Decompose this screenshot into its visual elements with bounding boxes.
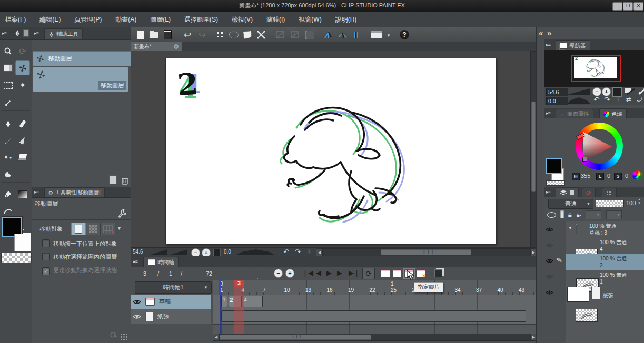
layer-name[interactable]: 2 xyxy=(600,263,603,268)
menu-item[interactable]: 視窗(W) xyxy=(299,15,321,24)
blend-mode-dropdown[interactable]: 普通 ▼ xyxy=(548,199,593,209)
snap-special-ruler-icon[interactable] xyxy=(336,29,349,41)
transparent-chip[interactable] xyxy=(546,180,565,186)
eye-icon[interactable] xyxy=(133,299,141,305)
open-file-icon[interactable] xyxy=(147,29,160,41)
track1-cels[interactable]: 124 xyxy=(213,295,536,309)
tool-page-icon[interactable] xyxy=(23,29,29,37)
panel-menu-icon[interactable]: ▸≡ xyxy=(133,259,137,264)
menu-item[interactable]: 編輯(E) xyxy=(39,15,61,24)
wrench-icon[interactable] xyxy=(118,209,127,218)
subtool-item-move-layer[interactable]: 移動圖層 xyxy=(33,51,132,66)
track-draft[interactable]: 草稿 xyxy=(131,295,211,309)
next-frame-icon[interactable]: ▶ xyxy=(337,269,342,277)
layer-folder-name[interactable]: 草稿 : 3 xyxy=(589,230,607,236)
eye-icon[interactable] xyxy=(133,314,141,319)
workspace-dropdown-arrow[interactable]: ▼ xyxy=(387,33,391,38)
zoom-slider-2[interactable] xyxy=(169,249,187,255)
redo-icon[interactable]: ↪ xyxy=(196,29,209,41)
panel-menu-icon[interactable]: ▸≡ xyxy=(34,189,38,195)
timeline-cel[interactable]: 1 xyxy=(221,296,227,307)
flip-view-icon[interactable] xyxy=(638,87,644,95)
opacity-slider[interactable] xyxy=(596,200,624,207)
checkbox-move-in-selection[interactable] xyxy=(42,253,50,263)
back-color-swatch[interactable] xyxy=(14,234,31,251)
tab-close-icon[interactable]: ✕ xyxy=(174,44,179,49)
add-subtool-icon[interactable] xyxy=(109,175,117,184)
previous-frame-icon[interactable]: ◀ xyxy=(316,269,321,277)
select-oval-icon[interactable] xyxy=(227,29,240,41)
nav-flip-lr-icon[interactable]: ⇄ xyxy=(626,96,631,103)
move-target-grid-button[interactable]: ✕ xyxy=(101,223,115,235)
blend-tool[interactable] xyxy=(1,167,15,181)
onion-skin-button[interactable] xyxy=(433,268,443,278)
lock-icon[interactable]: 🔒︎ xyxy=(568,210,572,219)
track2-cels[interactable] xyxy=(213,309,536,324)
opacity-stepper[interactable]: ▲▼ xyxy=(638,198,641,205)
color-mode-icon[interactable] xyxy=(632,170,642,180)
playhead[interactable]: 3 xyxy=(234,280,244,287)
snap-guide-icon[interactable] xyxy=(350,29,362,41)
gradient-tool[interactable] xyxy=(16,187,29,201)
workspace-icon[interactable] xyxy=(369,29,384,41)
move-target-tone-button[interactable] xyxy=(86,223,101,235)
canvas-viewport[interactable]: 4 1 2 xyxy=(131,51,536,247)
nav-rotate-cw-icon[interactable]: ↷ xyxy=(604,95,610,104)
show-cel-thumbnails-icon[interactable] xyxy=(245,269,255,277)
minimize-button[interactable]: – xyxy=(612,2,622,11)
transform-icon[interactable] xyxy=(255,29,267,41)
panel-menu-icon[interactable]: ▸≡ xyxy=(2,31,6,36)
collapse-left-icon[interactable]: « xyxy=(539,28,543,37)
snap-ruler-icon[interactable] xyxy=(322,29,335,41)
tool-tab-icon[interactable] xyxy=(14,29,21,37)
paper-layer-name[interactable]: 紙張 xyxy=(603,292,613,299)
subtool-tile-move-layer[interactable]: 移動圖層 xyxy=(33,67,128,92)
help-icon[interactable]: ? xyxy=(398,29,411,41)
rotate-cw-icon[interactable]: ↷ xyxy=(295,248,301,256)
go-to-start-icon[interactable]: ❘◀ xyxy=(302,269,313,277)
timeline-tab[interactable]: 時間軸 xyxy=(143,257,179,267)
navigator-zoom-value[interactable]: 54.6 xyxy=(546,88,568,96)
pin-icon[interactable] xyxy=(561,211,563,218)
navigator-preview[interactable]: 2 xyxy=(544,50,644,87)
menu-item[interactable]: 選擇範圍(S) xyxy=(184,15,218,24)
rotation-slider[interactable] xyxy=(236,249,275,255)
panel-menu-icon[interactable]: ▸≡ xyxy=(546,189,550,195)
menu-item[interactable]: 頁管理(P) xyxy=(74,15,102,24)
layer-property-tab[interactable]: 圖層屬性 xyxy=(556,109,593,119)
restore-button[interactable]: ❐ xyxy=(623,2,633,11)
subtool-tab[interactable]: 輔助工具 xyxy=(44,28,83,39)
canvas-hscroll-thumb[interactable]: ❙❙❙ xyxy=(381,249,471,255)
timeline-cel[interactable]: 4 xyxy=(243,296,263,307)
timeline-select-dropdown[interactable]: 時間軸1 ▼ xyxy=(135,281,212,294)
trash-icon[interactable] xyxy=(121,176,128,185)
rotate-ccw-icon[interactable]: ↶ xyxy=(283,248,289,256)
panel-menu-icon[interactable]: ▸≡ xyxy=(546,42,550,47)
brush-tool[interactable] xyxy=(1,134,15,147)
move-layer-tool[interactable] xyxy=(15,60,30,75)
menu-item[interactable]: 動畫(A) xyxy=(115,15,136,24)
pen-tool[interactable] xyxy=(1,117,15,130)
timeline-ruler-region[interactable]: 01 147101316192225283134374043 124 3 xyxy=(213,280,536,334)
loop-play-button[interactable]: ⟳ xyxy=(362,268,375,279)
eye-icon-off[interactable] xyxy=(546,274,553,279)
eye-icon[interactable] xyxy=(546,290,553,295)
zoom-slider[interactable] xyxy=(148,249,167,255)
start-frame-marker[interactable] xyxy=(219,280,221,295)
eye-icon[interactable] xyxy=(546,258,553,264)
flip-horizontal-icon[interactable] xyxy=(624,87,636,95)
nav-flip-reset-icon[interactable]: ⤾ xyxy=(637,96,642,103)
zoom-tool[interactable] xyxy=(1,44,15,58)
pattern-tool[interactable] xyxy=(16,204,29,218)
timeline-zoom-out-icon[interactable]: − xyxy=(274,269,283,278)
layer-name[interactable]: 4 xyxy=(600,246,603,252)
save-icon[interactable] xyxy=(161,29,174,41)
panel-resize-grip[interactable] xyxy=(120,333,128,340)
operation-tool[interactable] xyxy=(1,61,15,75)
material-tab[interactable] xyxy=(602,188,617,197)
layer-name[interactable]: 1 xyxy=(600,279,603,285)
canvas[interactable]: 4 1 2 xyxy=(165,58,496,244)
document-tab[interactable]: 新畫布* ✕ xyxy=(131,42,182,51)
fit-to-screen-icon[interactable] xyxy=(213,249,221,256)
timeline-zoom-in-icon[interactable]: + xyxy=(285,269,294,278)
